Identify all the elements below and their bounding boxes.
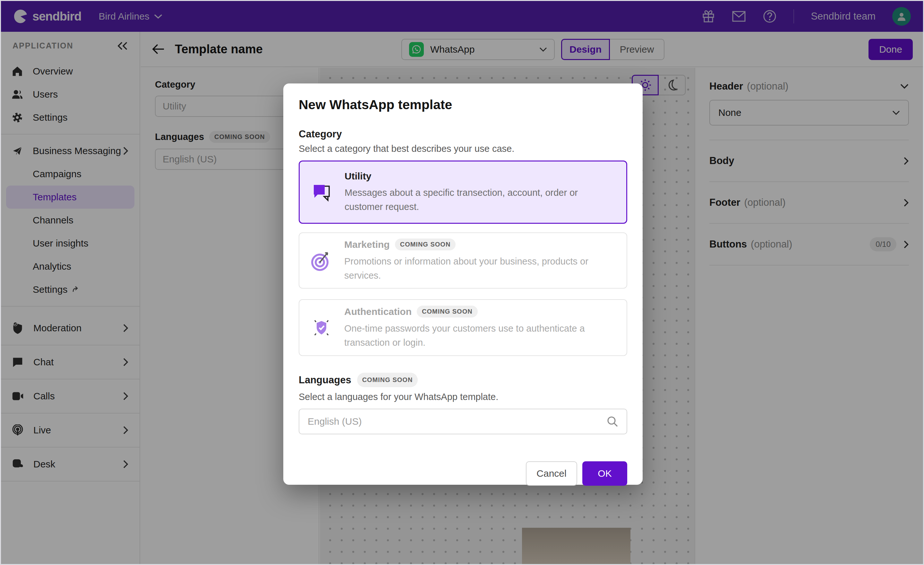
languages-heading-row: Languages COMING SOON bbox=[299, 373, 627, 387]
languages-heading: Languages bbox=[299, 375, 351, 385]
category-option-authentication: Authentication COMING SOON One-time pass… bbox=[299, 299, 627, 356]
modal-title: New WhatsApp template bbox=[299, 97, 627, 112]
authentication-shield-icon bbox=[311, 317, 332, 338]
authentication-title: Authentication bbox=[344, 306, 412, 317]
authentication-description: One-time passwords your customers use to… bbox=[344, 322, 617, 350]
ok-button[interactable]: OK bbox=[582, 461, 627, 486]
utility-title: Utility bbox=[345, 171, 371, 182]
utility-chat-icon bbox=[311, 182, 332, 203]
utility-description: Messages about a specific transection, a… bbox=[345, 186, 616, 214]
category-description: Select a category that best describes yo… bbox=[299, 144, 627, 153]
coming-soon-badge: COMING SOON bbox=[395, 239, 456, 250]
category-option-utility[interactable]: Utility Messages about a specific transe… bbox=[299, 161, 627, 224]
new-whatsapp-template-modal: New WhatsApp template Category Select a … bbox=[283, 83, 643, 485]
marketing-target-icon bbox=[311, 250, 332, 271]
marketing-title: Marketing bbox=[344, 239, 390, 250]
search-icon bbox=[606, 415, 619, 428]
cancel-button[interactable]: Cancel bbox=[526, 461, 577, 486]
coming-soon-badge: COMING SOON bbox=[357, 373, 418, 387]
marketing-description: Promotions or information about your bus… bbox=[344, 254, 617, 282]
languages-search-input[interactable] bbox=[299, 409, 627, 434]
languages-description: Select a languages for your WhatsApp tem… bbox=[299, 392, 627, 401]
category-option-marketing: Marketing COMING SOON Promotions or info… bbox=[299, 233, 627, 289]
app-window: sendbird Bird Airlines Sendbird team bbox=[0, 0, 924, 565]
category-heading: Category bbox=[299, 129, 627, 139]
coming-soon-badge: COMING SOON bbox=[417, 306, 478, 317]
